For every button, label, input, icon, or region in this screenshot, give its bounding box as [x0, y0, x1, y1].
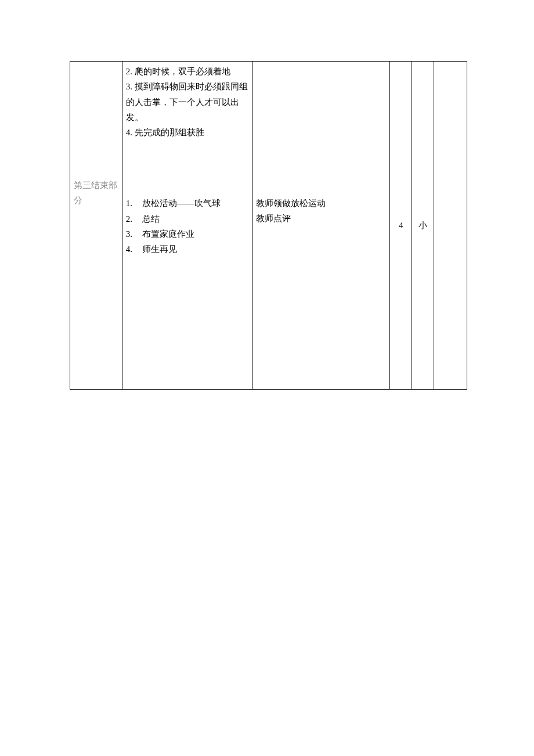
teacher-activity-cell: 教师领做放松运动 教师点评: [252, 62, 390, 390]
list-item: 3. 布置家庭作业: [126, 226, 249, 242]
item-number: 2.: [126, 211, 142, 226]
teacher-activity-block: 教师领做放松运动 教师点评: [256, 196, 386, 226]
item-text: 布置家庭作业: [142, 226, 194, 242]
lesson-plan-table: 第三结束部分 2. 爬的时候，双手必须着地 3. 摸到障碍物回来时必须跟同组的人…: [70, 61, 467, 390]
intensity-cell: 小: [412, 62, 434, 390]
item-text: 放松活动——吹气球: [142, 196, 221, 211]
list-item: 1. 放松活动——吹气球: [126, 196, 249, 211]
content-cell: 2. 爬的时候，双手必须着地 3. 摸到障碍物回来时必须跟同组的人击掌，下一个人…: [122, 62, 252, 390]
item-number: 3.: [126, 226, 142, 242]
rule-item: 4. 先完成的那组获胜: [126, 125, 249, 140]
rules-block: 2. 爬的时候，双手必须着地 3. 摸到障碍物回来时必须跟同组的人击掌，下一个人…: [126, 64, 249, 140]
closing-activities-block: 1. 放松活动——吹气球 2. 总结 3. 布置家庭作业 4. 师生再见: [126, 196, 249, 257]
item-text: 师生再见: [142, 242, 177, 257]
time-cell: 4: [390, 62, 412, 390]
intensity-value: 小: [416, 218, 430, 233]
list-item: 4. 师生再见: [126, 242, 249, 257]
table-row: 第三结束部分 2. 爬的时候，双手必须着地 3. 摸到障碍物回来时必须跟同组的人…: [70, 62, 467, 390]
teacher-activity-line: 教师点评: [256, 211, 386, 226]
rule-item: 3. 摸到障碍物回来时必须跟同组的人击掌，下一个人才可以出发。: [126, 79, 249, 125]
rule-item: 2. 爬的时候，双手必须着地: [126, 64, 249, 79]
empty-cell: [434, 62, 467, 390]
item-text: 总结: [142, 211, 160, 226]
section-label: 第三结束部分: [74, 178, 118, 208]
item-number: 4.: [126, 242, 142, 257]
time-value: 4: [394, 218, 408, 233]
teacher-activity-line: 教师领做放松运动: [256, 196, 386, 211]
item-number: 1.: [126, 196, 142, 211]
list-item: 2. 总结: [126, 211, 249, 226]
section-label-cell: 第三结束部分: [70, 62, 122, 390]
